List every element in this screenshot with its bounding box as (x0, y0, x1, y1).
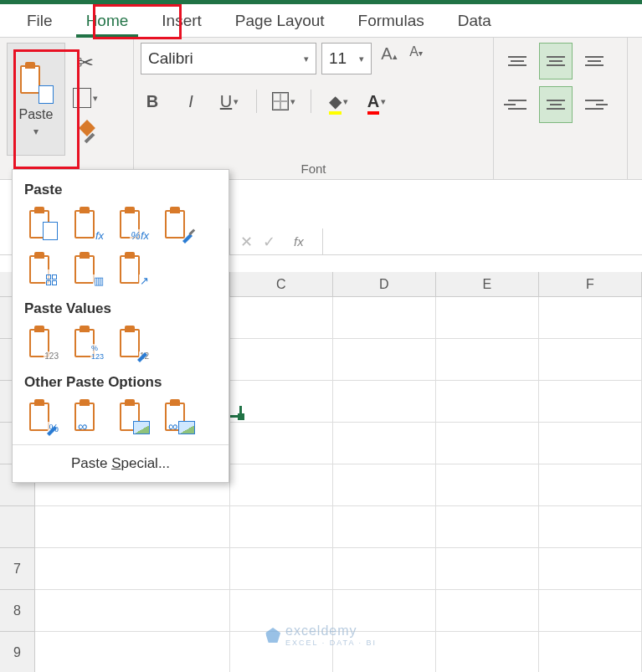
align-middle-button[interactable] (539, 43, 573, 80)
cell[interactable] (230, 464, 333, 506)
cell[interactable] (333, 297, 436, 339)
paste-button[interactable]: Paste ▾ (7, 43, 65, 156)
other-paste-section-label: Other Paste Options (13, 369, 229, 398)
link-icon: ∞ (78, 419, 87, 434)
fx-label[interactable]: fx (285, 234, 312, 249)
font-name-value: Calibri (148, 49, 193, 68)
cell[interactable] (35, 632, 230, 672)
cell[interactable] (436, 381, 539, 423)
row-header[interactable] (0, 506, 35, 548)
align-left-button[interactable] (501, 86, 534, 123)
row-header-9[interactable]: 9 (0, 632, 35, 672)
tab-page-layout[interactable]: Page Layout (218, 5, 342, 37)
tab-file[interactable]: File (10, 5, 69, 37)
bold-button[interactable]: B (141, 88, 164, 115)
paste-as-picture[interactable] (115, 398, 152, 434)
cell[interactable] (333, 464, 436, 506)
cell[interactable] (436, 632, 539, 672)
cell[interactable] (539, 632, 642, 672)
paste-keep-col-widths[interactable]: ▥ (69, 250, 106, 287)
cell[interactable] (230, 423, 333, 464)
watermark: exceldemy EXCEL · DATA · BI (265, 623, 377, 647)
align-center-button[interactable] (539, 86, 573, 123)
row-header-7[interactable]: 7 (0, 548, 35, 590)
col-header-f[interactable]: F (539, 272, 642, 296)
paste-keep-source-formatting[interactable] (160, 205, 197, 242)
paste-formulas[interactable]: fx (69, 205, 106, 242)
paste-special-menu-item[interactable]: Paste Special... (13, 447, 229, 482)
cell[interactable] (333, 548, 436, 590)
cell[interactable] (35, 590, 230, 632)
row-header-8[interactable]: 8 (0, 590, 35, 632)
cell[interactable] (333, 339, 436, 381)
paste-all[interactable] (24, 205, 61, 242)
font-color-button[interactable]: A▾ (365, 88, 388, 115)
format-painter-button[interactable] (72, 120, 99, 146)
align-top-button[interactable] (501, 43, 534, 80)
fill-color-button[interactable]: ◆▾ (326, 88, 350, 115)
cell[interactable] (539, 339, 642, 381)
clipboard-group: Paste ▾ ✂ ▾ (0, 38, 134, 179)
align-right-button[interactable] (578, 86, 611, 123)
col-header-c[interactable]: C (230, 272, 333, 296)
cell[interactable] (539, 548, 642, 590)
cell[interactable] (35, 548, 230, 590)
cell[interactable] (436, 548, 539, 590)
paste-values[interactable]: 123 (24, 324, 61, 361)
enter-formula-icon[interactable]: ✓ (263, 233, 275, 251)
cell[interactable] (539, 297, 642, 339)
paste-values-number-formatting[interactable]: %123 (69, 324, 106, 361)
borders-button[interactable]: ▾ (272, 88, 295, 115)
paste-values-source-formatting[interactable]: 12 (115, 324, 152, 361)
cell[interactable] (436, 590, 539, 632)
cell[interactable] (436, 423, 539, 464)
cell[interactable] (539, 423, 642, 464)
fill-handle[interactable] (238, 413, 244, 420)
paste-transpose[interactable]: ↗ (115, 250, 152, 287)
cell[interactable] (436, 464, 539, 506)
paste-formatting[interactable]: % (24, 398, 61, 434)
underline-button[interactable]: U▾ (218, 88, 241, 115)
cut-button[interactable]: ✂ (72, 49, 99, 76)
decrease-font-size-button[interactable]: A▾ (403, 44, 429, 73)
brush-icon (135, 346, 152, 362)
paste-formulas-number-formatting[interactable]: %fx (115, 205, 152, 242)
cell[interactable] (35, 506, 230, 548)
cell[interactable] (230, 339, 333, 381)
cell[interactable] (333, 423, 436, 464)
cell[interactable] (230, 548, 333, 590)
paste-no-borders[interactable] (24, 250, 61, 287)
copy-button[interactable]: ▾ (72, 85, 99, 111)
cell[interactable] (539, 381, 642, 423)
cell[interactable] (539, 464, 642, 506)
paste-linked-picture[interactable]: ∞ (160, 398, 197, 434)
col-header-e[interactable]: E (436, 272, 539, 296)
cell[interactable] (539, 506, 642, 548)
tab-home[interactable]: Home (69, 5, 146, 37)
cancel-formula-icon[interactable]: ✕ (240, 233, 253, 251)
tab-insert[interactable]: Insert (145, 5, 218, 37)
cell[interactable] (230, 506, 333, 548)
copy-icon (73, 88, 91, 108)
font-name-combo[interactable]: Calibri ▾ (141, 43, 316, 74)
cell[interactable] (436, 297, 539, 339)
picture-icon (178, 421, 195, 434)
font-size-combo[interactable]: 11 ▾ (321, 43, 372, 74)
italic-button[interactable]: I (179, 88, 203, 115)
cell[interactable] (436, 506, 539, 548)
tab-data[interactable]: Data (441, 5, 508, 37)
increase-font-size-button[interactable]: A▴ (377, 44, 402, 73)
cell[interactable] (436, 339, 539, 381)
paste-link[interactable]: ∞ (69, 398, 106, 434)
alignment-group (494, 38, 628, 179)
tab-formulas[interactable]: Formulas (342, 5, 441, 37)
cell[interactable] (333, 506, 436, 548)
col-header-d[interactable]: D (333, 272, 436, 296)
align-bottom-button[interactable] (578, 43, 611, 80)
cell[interactable] (230, 297, 333, 339)
cell[interactable] (230, 381, 333, 423)
cell[interactable] (539, 590, 642, 632)
watermark-tagline: EXCEL · DATA · BI (285, 639, 377, 647)
cell[interactable] (333, 381, 436, 423)
watermark-logo-icon (265, 628, 280, 643)
